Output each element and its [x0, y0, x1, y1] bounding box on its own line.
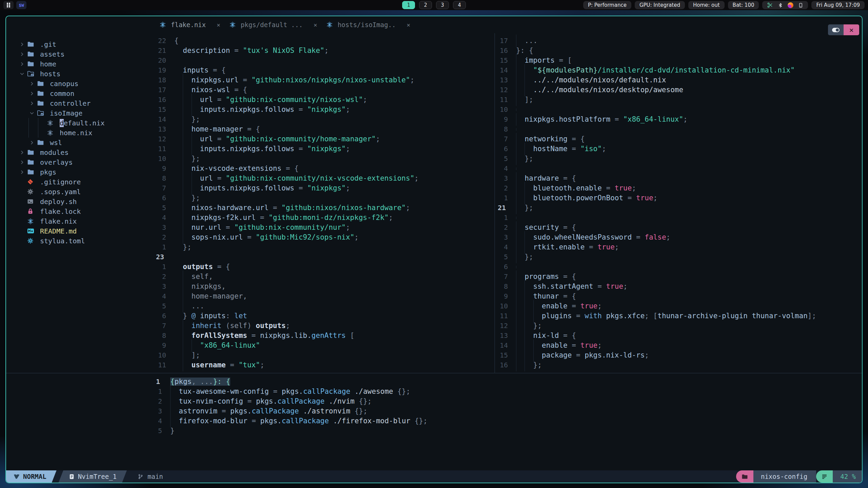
tree-item-.gitignore[interactable]: .gitignore	[6, 177, 153, 187]
chevron-down-icon[interactable]	[29, 111, 37, 116]
code-line[interactable]: 19 inputs = {	[153, 65, 494, 75]
code-line[interactable]: 14 enable = true;	[495, 341, 862, 350]
chevron-right-icon[interactable]	[29, 91, 37, 96]
chevron-down-icon[interactable]	[20, 72, 27, 76]
bluetooth-icon[interactable]	[778, 2, 783, 8]
code-line[interactable]: 13 nix-ld = {	[495, 331, 862, 341]
code-line[interactable]: 17 ...	[495, 36, 862, 46]
code-line[interactable]: 8 ssh.startAgent = true;	[495, 282, 862, 291]
code-line[interactable]: 4 firefox-mod-blur = pkgs.callPackage ./…	[153, 416, 862, 426]
code-line[interactable]: 5 nixos-hardware.url = "github:nixos/nix…	[153, 203, 494, 213]
code-line[interactable]: 7 networking = {	[495, 134, 862, 144]
code-line[interactable]: 4 rtkit.enable = true;	[495, 242, 862, 252]
editor-pane-pkgs-default[interactable]: 1{pkgs, ...}: {1 tux-awesome-wm-config =…	[6, 373, 862, 470]
chevron-right-icon[interactable]	[20, 42, 27, 47]
tab-close-icon[interactable]: ×	[400, 21, 410, 28]
tree-item-default.nix[interactable]: default.nix	[6, 118, 153, 128]
code-line[interactable]: 11 username = "tux";	[153, 360, 494, 370]
code-line[interactable]: 3 sudo.wheelNeedsPassword = false;	[495, 232, 862, 242]
workspace-button-4[interactable]: 4	[453, 1, 466, 9]
code-line[interactable]: 9 nix-vscode-extensions = {	[153, 164, 494, 174]
tab-close-icon[interactable]: ×	[211, 21, 220, 28]
tree-item-isoImage[interactable]: isoImage	[6, 108, 153, 118]
chevron-right-icon[interactable]	[29, 101, 37, 106]
code-line[interactable]: 8 url = "github:nix-community/nix-vscode…	[153, 174, 494, 183]
code-line[interactable]: 6	[495, 262, 862, 272]
tree-item-README.md[interactable]: README.md	[6, 226, 153, 236]
tree-item-modules[interactable]: modules	[6, 147, 153, 157]
tree-item-stylua.toml[interactable]: stylua.toml	[6, 236, 153, 246]
code-line[interactable]: 2 bluetooth.enable = true;	[495, 183, 862, 193]
code-line[interactable]: 8 forAllSystems = nixpkgs.lib.genAttrs [	[153, 331, 494, 341]
code-line[interactable]: 10	[495, 105, 862, 115]
code-line[interactable]: 1 tux-awesome-wm-config = pkgs.callPacka…	[153, 387, 862, 396]
code-line[interactable]: 21 };	[495, 203, 862, 213]
code-line[interactable]: 2 security = {	[495, 223, 862, 232]
code-line[interactable]: 9 thunar = {	[495, 291, 862, 301]
workspace-button-2[interactable]: 2	[419, 1, 432, 9]
app-grid-button[interactable]	[3, 1, 14, 9]
code-line[interactable]: 4 home-manager,	[153, 291, 494, 301]
code-line[interactable]: 23	[153, 252, 494, 262]
code-line[interactable]: 3 nur.url = "github:nix-community/nur";	[153, 223, 494, 232]
tree-item-flake.lock[interactable]: flake.lock	[6, 206, 153, 216]
window-float-toggle-button[interactable]	[828, 24, 844, 35]
code-line[interactable]: 5}	[153, 426, 862, 436]
tree-item-pkgs[interactable]: pkgs	[6, 167, 153, 177]
tree-item-flake.nix[interactable]: flake.nix	[6, 216, 153, 226]
code-line[interactable]: 5 ...	[153, 301, 494, 311]
code-line[interactable]: 6 hostName = "iso";	[495, 144, 862, 154]
code-line[interactable]: 11 ];	[495, 95, 862, 105]
code-line[interactable]: 5 };	[495, 154, 862, 164]
chevron-right-icon[interactable]	[20, 52, 27, 57]
editor-pane-hosts-isoimage[interactable]: 17 ...16}: {15 imports = [14 "${modulesP…	[494, 33, 862, 373]
tree-item-home.nix[interactable]: home.nix	[6, 128, 153, 138]
tab-flake.nix[interactable]: flake.nix×	[159, 21, 220, 28]
code-line[interactable]: 2 tux-nvim-config = pkgs.callPackage ./n…	[153, 396, 862, 406]
code-line[interactable]: 1 };	[153, 242, 494, 252]
code-line[interactable]: 17 nixos-wsl = {	[153, 85, 494, 95]
code-line[interactable]: 11 plugins = with pkgs.xfce; [thunar-arc…	[495, 311, 862, 321]
chevron-right-icon[interactable]	[29, 81, 37, 86]
code-line[interactable]: 6 };	[153, 193, 494, 203]
chevron-right-icon[interactable]	[20, 150, 27, 155]
tree-item-deploy.sh[interactable]: deploy.sh	[6, 197, 153, 206]
phone-icon[interactable]	[798, 2, 803, 8]
code-line[interactable]: 16 };	[495, 360, 862, 370]
code-line[interactable]: 15 inputs.nixpkgs.follows = "nixpkgs";	[153, 105, 494, 115]
code-line[interactable]: 1	[495, 213, 862, 223]
code-line[interactable]: 9 "x86_64-linux"	[153, 341, 494, 350]
shell-widget-button[interactable]: $W	[16, 1, 26, 9]
code-line[interactable]: 6 } @ inputs: let	[153, 311, 494, 321]
code-line[interactable]: 20	[153, 56, 494, 65]
code-line[interactable]: 7 programs = {	[495, 272, 862, 282]
code-line[interactable]: 15 imports = [	[495, 56, 862, 65]
code-line[interactable]: 11 inputs.nixpkgs.follows = "nixpkgs";	[153, 144, 494, 154]
tree-item-hosts[interactable]: hosts	[6, 69, 153, 79]
code-line[interactable]: 12 ../../modules/nixos/desktop/awesome	[495, 85, 862, 95]
code-line[interactable]: 14 };	[153, 115, 494, 124]
code-line[interactable]: 3 hardware = {	[495, 174, 862, 183]
code-line[interactable]: 15 package = pkgs.nix-ld-rs;	[495, 350, 862, 360]
code-line[interactable]: 7 inherit (self) outputs;	[153, 321, 494, 331]
code-line[interactable]: 10 };	[153, 154, 494, 164]
firefox-icon[interactable]	[788, 2, 793, 8]
code-line[interactable]: 1 bluetooth.powerOnBoot = true;	[495, 193, 862, 203]
tab-hosts-isoImag..[interactable]: hosts/isoImag..×	[326, 21, 410, 28]
tree-item-.git[interactable]: .git	[6, 39, 153, 49]
code-line[interactable]: 3 astronvim = pkgs.callPackage ./astronv…	[153, 406, 862, 416]
tree-item-common[interactable]: common	[6, 88, 153, 98]
code-line[interactable]: 12 url = "github:nix-community/home-mana…	[153, 134, 494, 144]
chevron-right-icon[interactable]	[20, 62, 27, 66]
code-line[interactable]: 4	[495, 164, 862, 174]
code-line[interactable]: 22{	[153, 36, 494, 46]
code-line[interactable]: 14 "${modulesPath}/installer/cd-dvd/inst…	[495, 65, 862, 75]
editor-pane-flake-nix[interactable]: 22{21 description = "tux's NixOS Flake";…	[153, 33, 494, 373]
tree-item-controller[interactable]: controller	[6, 98, 153, 108]
code-line[interactable]: 2 sops-nix.url = "github:Mic92/sops-nix"…	[153, 232, 494, 242]
screenshot-tool-icon[interactable]	[767, 2, 773, 8]
code-line[interactable]: 2 self,	[153, 272, 494, 282]
code-line[interactable]: 13 home-manager = {	[153, 124, 494, 134]
chevron-right-icon[interactable]	[29, 140, 37, 145]
code-line[interactable]: 21 description = "tux's NixOS Flake";	[153, 46, 494, 56]
